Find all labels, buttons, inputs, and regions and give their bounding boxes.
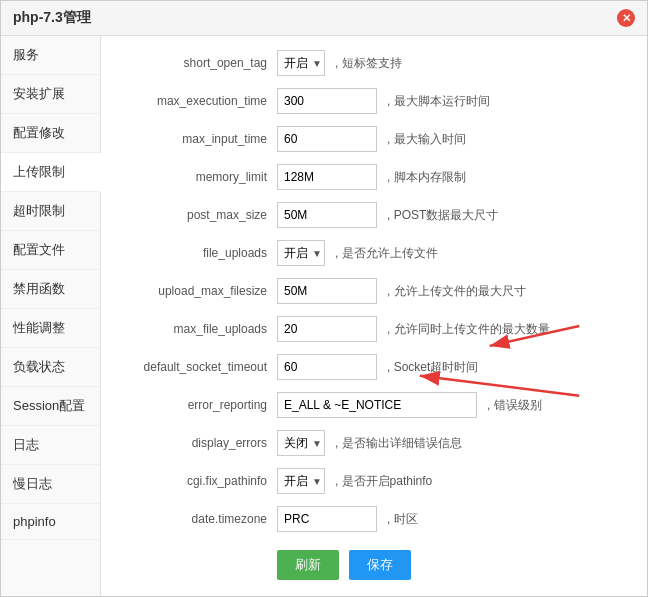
form-hint-default_socket_timeout: , Socket超时时间	[387, 359, 478, 376]
form-hint-memory_limit: , 脚本内存限制	[387, 169, 466, 186]
sidebar-item-9[interactable]: Session配置	[1, 387, 100, 426]
select-arrow-icon: ▼	[312, 438, 322, 449]
form-control-default_socket_timeout: , Socket超时时间	[277, 354, 631, 380]
form-row-upload_max_filesize: upload_max_filesize, 允许上传文件的最大尺寸	[117, 276, 631, 306]
sidebar-item-10[interactable]: 日志	[1, 426, 100, 465]
select-arrow-icon: ▼	[312, 58, 322, 69]
form-control-post_max_size: , POST数据最大尺寸	[277, 202, 631, 228]
form-label-upload_max_filesize: upload_max_filesize	[117, 284, 277, 298]
form-row-default_socket_timeout: default_socket_timeout, Socket超时时间	[117, 352, 631, 382]
input-date.timezone[interactable]	[277, 506, 377, 532]
form-row-max_input_time: max_input_time, 最大输入时间	[117, 124, 631, 154]
sidebar: 服务安装扩展配置修改上传限制超时限制配置文件禁用函数性能调整负载状态Sessio…	[1, 36, 101, 596]
form-hint-cgi.fix_pathinfo: , 是否开启pathinfo	[335, 473, 432, 490]
sidebar-item-12[interactable]: phpinfo	[1, 504, 100, 540]
form-row-post_max_size: post_max_size, POST数据最大尺寸	[117, 200, 631, 230]
input-max_input_time[interactable]	[277, 126, 377, 152]
sidebar-item-2[interactable]: 配置修改	[1, 114, 100, 153]
form-label-file_uploads: file_uploads	[117, 246, 277, 260]
select-wrapper-cgi.fix_pathinfo[interactable]: 开启关闭▼	[277, 468, 325, 494]
form-label-post_max_size: post_max_size	[117, 208, 277, 222]
form-row-error_reporting: error_reporting, 错误级别	[117, 390, 631, 420]
form-control-max_execution_time: , 最大脚本运行时间	[277, 88, 631, 114]
sidebar-item-1[interactable]: 安装扩展	[1, 75, 100, 114]
select-arrow-icon: ▼	[312, 476, 322, 487]
input-default_socket_timeout[interactable]	[277, 354, 377, 380]
form-control-max_file_uploads: , 允许同时上传文件的最大数量	[277, 316, 631, 342]
select-display_errors[interactable]: 关闭开启	[284, 436, 312, 450]
sidebar-item-3[interactable]: 上传限制	[1, 153, 101, 192]
close-button[interactable]: ✕	[617, 9, 635, 27]
form-hint-file_uploads: , 是否允许上传文件	[335, 245, 438, 262]
sidebar-item-6[interactable]: 禁用函数	[1, 270, 100, 309]
input-max_file_uploads[interactable]	[277, 316, 377, 342]
form-control-memory_limit: , 脚本内存限制	[277, 164, 631, 190]
form-control-display_errors: 关闭开启▼, 是否输出详细错误信息	[277, 430, 631, 456]
form-hint-upload_max_filesize: , 允许上传文件的最大尺寸	[387, 283, 526, 300]
form-row-file_uploads: file_uploads开启关闭▼, 是否允许上传文件	[117, 238, 631, 268]
input-memory_limit[interactable]	[277, 164, 377, 190]
form-row-memory_limit: memory_limit, 脚本内存限制	[117, 162, 631, 192]
dialog-title-text: php-7.3管理	[13, 9, 91, 27]
input-max_execution_time[interactable]	[277, 88, 377, 114]
form-hint-display_errors: , 是否输出详细错误信息	[335, 435, 462, 452]
select-file_uploads[interactable]: 开启关闭	[284, 246, 312, 260]
form-label-max_file_uploads: max_file_uploads	[117, 322, 277, 336]
form-label-error_reporting: error_reporting	[117, 398, 277, 412]
form-control-file_uploads: 开启关闭▼, 是否允许上传文件	[277, 240, 631, 266]
form-label-max_execution_time: max_execution_time	[117, 94, 277, 108]
php-dialog: php-7.3管理 ✕ 服务安装扩展配置修改上传限制超时限制配置文件禁用函数性能…	[0, 0, 648, 597]
select-short_open_tag[interactable]: 开启关闭	[284, 56, 312, 70]
form-label-cgi.fix_pathinfo: cgi.fix_pathinfo	[117, 474, 277, 488]
sidebar-item-4[interactable]: 超时限制	[1, 192, 100, 231]
save-button[interactable]: 保存	[349, 550, 411, 580]
form-control-upload_max_filesize: , 允许上传文件的最大尺寸	[277, 278, 631, 304]
button-group: 刷新 保存	[117, 550, 631, 580]
sidebar-item-8[interactable]: 负载状态	[1, 348, 100, 387]
content-area: short_open_tag开启关闭▼, 短标签支持max_execution_…	[101, 36, 647, 596]
refresh-button[interactable]: 刷新	[277, 550, 339, 580]
select-wrapper-file_uploads[interactable]: 开启关闭▼	[277, 240, 325, 266]
sidebar-item-7[interactable]: 性能调整	[1, 309, 100, 348]
input-error_reporting[interactable]	[277, 392, 477, 418]
select-wrapper-short_open_tag[interactable]: 开启关闭▼	[277, 50, 325, 76]
input-upload_max_filesize[interactable]	[277, 278, 377, 304]
form-label-short_open_tag: short_open_tag	[117, 56, 277, 70]
form-control-max_input_time: , 最大输入时间	[277, 126, 631, 152]
sidebar-item-5[interactable]: 配置文件	[1, 231, 100, 270]
form-hint-max_file_uploads: , 允许同时上传文件的最大数量	[387, 321, 550, 338]
form-label-default_socket_timeout: default_socket_timeout	[117, 360, 277, 374]
select-wrapper-display_errors[interactable]: 关闭开启▼	[277, 430, 325, 456]
select-cgi.fix_pathinfo[interactable]: 开启关闭	[284, 474, 312, 488]
form-row-display_errors: display_errors关闭开启▼, 是否输出详细错误信息	[117, 428, 631, 458]
sidebar-item-0[interactable]: 服务	[1, 36, 100, 75]
form-control-date.timezone: , 时区	[277, 506, 631, 532]
form-hint-error_reporting: , 错误级别	[487, 397, 542, 414]
form-label-max_input_time: max_input_time	[117, 132, 277, 146]
form-row-date.timezone: date.timezone, 时区	[117, 504, 631, 534]
form-control-cgi.fix_pathinfo: 开启关闭▼, 是否开启pathinfo	[277, 468, 631, 494]
form-hint-date.timezone: , 时区	[387, 511, 418, 528]
form-row-max_execution_time: max_execution_time, 最大脚本运行时间	[117, 86, 631, 116]
form-control-error_reporting: , 错误级别	[277, 392, 631, 418]
form-label-date.timezone: date.timezone	[117, 512, 277, 526]
form-hint-max_input_time: , 最大输入时间	[387, 131, 466, 148]
form-hint-post_max_size: , POST数据最大尺寸	[387, 207, 498, 224]
form-control-short_open_tag: 开启关闭▼, 短标签支持	[277, 50, 631, 76]
form-hint-short_open_tag: , 短标签支持	[335, 55, 402, 72]
dialog-body: 服务安装扩展配置修改上传限制超时限制配置文件禁用函数性能调整负载状态Sessio…	[1, 36, 647, 596]
dialog-title-bar: php-7.3管理 ✕	[1, 1, 647, 36]
form-label-display_errors: display_errors	[117, 436, 277, 450]
form-row-cgi.fix_pathinfo: cgi.fix_pathinfo开启关闭▼, 是否开启pathinfo	[117, 466, 631, 496]
form-row-short_open_tag: short_open_tag开启关闭▼, 短标签支持	[117, 48, 631, 78]
input-post_max_size[interactable]	[277, 202, 377, 228]
form-hint-max_execution_time: , 最大脚本运行时间	[387, 93, 490, 110]
form-row-max_file_uploads: max_file_uploads, 允许同时上传文件的最大数量	[117, 314, 631, 344]
sidebar-item-11[interactable]: 慢日志	[1, 465, 100, 504]
select-arrow-icon: ▼	[312, 248, 322, 259]
form-label-memory_limit: memory_limit	[117, 170, 277, 184]
